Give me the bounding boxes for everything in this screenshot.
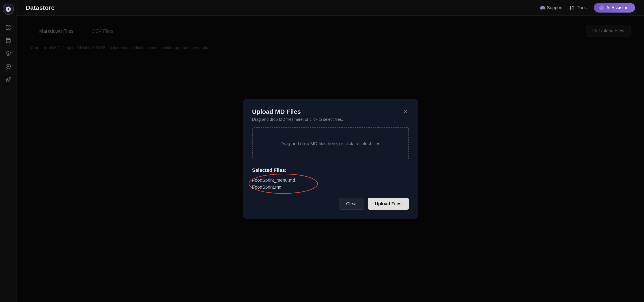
support-icon <box>540 5 545 10</box>
docs-link[interactable]: Docs <box>570 5 587 10</box>
ai-assistant-label: AI Assistant <box>606 5 630 10</box>
main-content: Datastore Support Docs ✓ A <box>17 0 644 302</box>
selected-files-section: Selected Files: FoodSprint_menu.md FoodS… <box>252 167 409 191</box>
selected-files-list: FoodSprint_menu.md FoodSprint.md <box>252 177 409 191</box>
page-area: Markdown Files CSV Files Your current MD… <box>17 16 644 302</box>
support-link[interactable]: Support <box>540 5 562 10</box>
svg-rect-2 <box>6 28 8 30</box>
svg-rect-3 <box>9 28 10 30</box>
drop-zone-text: Drag and drop MD files here, or click to… <box>280 141 380 146</box>
svg-point-4 <box>6 38 10 40</box>
ai-check-icon: ✓ <box>599 5 604 10</box>
app-logo[interactable] <box>3 4 14 15</box>
svg-rect-1 <box>9 26 10 27</box>
sidebar <box>0 0 17 302</box>
support-label: Support <box>547 5 562 10</box>
sidebar-item-layers[interactable] <box>3 48 14 59</box>
clear-button[interactable]: Clear <box>339 198 364 210</box>
docs-icon <box>570 5 575 10</box>
header: Datastore Support Docs ✓ A <box>17 0 644 16</box>
file-item-1: FoodSprint_menu.md <box>252 177 409 184</box>
upload-files-button[interactable]: Upload Files <box>368 198 409 210</box>
upload-modal: Upload MD Files ✕ Drag and drop MD files… <box>243 99 418 219</box>
selected-files-label: Selected Files: <box>252 167 409 173</box>
modal-overlay[interactable]: Upload MD Files ✕ Drag and drop MD files… <box>17 16 644 302</box>
modal-subtitle: Drag and drop MD files here, or click to… <box>252 117 409 122</box>
svg-marker-5 <box>6 51 10 54</box>
modal-close-button[interactable]: ✕ <box>402 108 409 115</box>
docs-label: Docs <box>576 5 587 10</box>
sidebar-item-rocket[interactable] <box>3 74 14 85</box>
sidebar-item-dashboard[interactable] <box>3 22 14 33</box>
svg-rect-0 <box>6 26 8 27</box>
sidebar-item-add[interactable] <box>3 61 14 72</box>
ai-assistant-button[interactable]: ✓ AI Assistant <box>594 3 635 13</box>
drop-zone[interactable]: Drag and drop MD files here, or click to… <box>252 127 409 160</box>
file-item-2: FoodSprint.md <box>252 184 409 191</box>
page-title: Datastore <box>26 4 536 12</box>
header-actions: Support Docs ✓ AI Assistant <box>540 3 635 13</box>
modal-buttons: Clear Upload Files <box>252 198 409 210</box>
sidebar-item-database[interactable] <box>3 35 14 46</box>
modal-header: Upload MD Files ✕ <box>252 108 409 115</box>
modal-title: Upload MD Files <box>252 108 301 115</box>
